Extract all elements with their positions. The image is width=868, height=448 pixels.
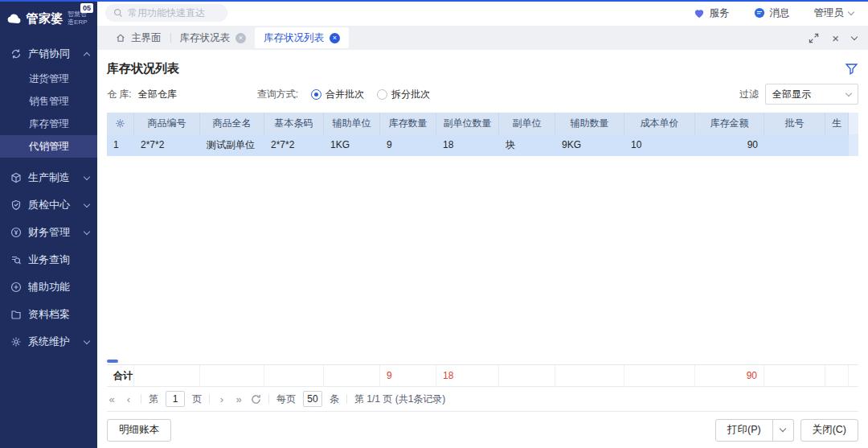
cell-stock-amount: 90 xyxy=(695,134,764,156)
warehouse-label: 仓 库: xyxy=(107,88,132,101)
column-header-aux-qty[interactable]: 辅助数量 xyxy=(555,113,624,134)
expand-icon[interactable] xyxy=(809,33,819,43)
cell-stock-qty: 9 xyxy=(380,134,436,156)
chevron-down-icon xyxy=(848,8,854,14)
column-header-barcode[interactable]: 基本条码 xyxy=(264,113,324,134)
column-header-batch-no[interactable]: 批号 xyxy=(764,113,825,134)
column-header-stock-amount[interactable]: 库存金额 xyxy=(695,113,764,134)
sidebar-item-system-maintenance[interactable]: 系统维护 xyxy=(0,328,97,356)
search-input[interactable] xyxy=(128,7,218,18)
column-header-truncated[interactable]: 生 xyxy=(825,113,849,134)
sidebar-item-business-query[interactable]: 业务查询 xyxy=(0,246,97,273)
page-size-input[interactable]: 50 xyxy=(303,391,322,407)
sidebar-subitem-consignment[interactable]: 代销管理 xyxy=(0,135,97,158)
pagination-bar: « ‹ 第 1 页 › » 每页 50 条 第 1/1 页 ( xyxy=(107,387,858,411)
column-header-sub-unit-qty[interactable]: 副单位数量 xyxy=(436,113,499,134)
column-header-aux-unit[interactable]: 辅助单位 xyxy=(324,113,380,134)
radio-split-batch[interactable]: 拆分批次 xyxy=(377,88,430,101)
cell-aux-qty: 9KG xyxy=(555,134,624,156)
home-icon xyxy=(116,33,125,43)
next-page-button[interactable]: › xyxy=(217,393,227,405)
sidebar-item-label: 生产制造 xyxy=(28,171,78,185)
page-label-post: 页 xyxy=(192,393,202,406)
column-header-product-name[interactable]: 商品全名 xyxy=(200,113,264,134)
column-header-product-code[interactable]: 商品编号 xyxy=(134,113,200,134)
title-row: 库存状况列表 xyxy=(107,56,858,80)
chevron-down-icon xyxy=(780,425,786,432)
cell-product-name: 测试副单位 xyxy=(200,134,264,156)
column-settings-button[interactable] xyxy=(107,113,134,134)
first-page-button[interactable]: « xyxy=(107,393,117,405)
coin-yuan-icon xyxy=(10,227,22,238)
pager-divider xyxy=(268,394,269,404)
prev-page-button[interactable]: ‹ xyxy=(124,393,133,405)
sidebar-item-finance[interactable]: 财务管理 xyxy=(0,219,97,246)
filter-select[interactable]: 全部显示 xyxy=(765,84,858,105)
totals-cell xyxy=(264,365,324,387)
radio-merge-batch[interactable]: 合并批次 xyxy=(311,88,364,101)
tab-label: 主界面 xyxy=(131,31,162,45)
message-icon xyxy=(754,7,765,18)
sidebar-item-label: 业务查询 xyxy=(28,253,89,267)
cube-icon xyxy=(10,172,22,183)
table-header-row: 商品编号 商品全名 基本条码 辅助单位 库存数量 副单位数量 副单位 辅助数量 … xyxy=(107,113,858,134)
tab-close-icon[interactable]: × xyxy=(330,33,340,43)
filter-icon[interactable] xyxy=(845,62,858,75)
sidebar-item-archives[interactable]: 资料档案 xyxy=(0,301,97,328)
totals-label: 合计 xyxy=(107,365,134,387)
message-label: 消息 xyxy=(770,6,790,20)
column-header-cost-price[interactable]: 成本单价 xyxy=(624,113,695,134)
chevron-down-icon xyxy=(84,200,90,207)
page-input[interactable]: 1 xyxy=(166,391,185,407)
row-index-cell: 1 xyxy=(107,134,134,156)
gear-icon xyxy=(115,118,125,129)
chevron-down-icon[interactable] xyxy=(851,33,858,39)
detail-ledger-button[interactable]: 明细账本 xyxy=(107,419,171,442)
cell-truncated xyxy=(825,134,849,156)
quick-search[interactable] xyxy=(105,4,227,22)
print-button[interactable]: 打印(P) xyxy=(715,419,773,442)
service-link[interactable]: 服务 xyxy=(694,6,730,20)
totals-stock-amount: 90 xyxy=(695,365,764,387)
brand-subtitle: 智慧智造ERP xyxy=(68,10,92,27)
sync-icon xyxy=(10,48,22,60)
totals-cell xyxy=(200,365,264,387)
totals-cell xyxy=(555,365,624,387)
close-button[interactable]: 关闭(C) xyxy=(800,419,858,442)
page-title: 库存状况列表 xyxy=(107,61,179,76)
chevron-down-icon xyxy=(84,228,90,234)
app-logo: 管家婆 智慧智造ERP 05 xyxy=(0,0,97,37)
message-link[interactable]: 消息 xyxy=(754,6,790,20)
tab-home[interactable]: 主界面 xyxy=(107,26,170,50)
sidebar-subitem-inventory[interactable]: 库存管理 xyxy=(0,113,97,135)
horizontal-scrollbar-thumb[interactable] xyxy=(107,360,118,363)
user-menu[interactable]: 管理员 xyxy=(814,6,854,20)
cloud-logo-icon xyxy=(6,12,23,25)
sidebar-item-production[interactable]: 生产制造 xyxy=(0,164,97,191)
last-page-button[interactable]: » xyxy=(234,393,244,405)
sidebar-item-quality[interactable]: 质检中心 xyxy=(0,191,97,219)
totals-cell xyxy=(134,365,200,387)
query-mode-label: 查询方式: xyxy=(257,88,298,101)
tab-close-icon[interactable]: × xyxy=(235,33,246,43)
gear-icon xyxy=(10,336,22,347)
table-body: 1 2*7*2 测试副单位 2*7*2 1KG 9 18 块 9KG 10 90 xyxy=(107,134,858,364)
sidebar-subitem-purchase[interactable]: 进货管理 xyxy=(0,68,97,90)
sidebar-item-product-sales-collab[interactable]: 产销协同 xyxy=(0,40,97,68)
column-header-stock-qty[interactable]: 库存数量 xyxy=(380,113,436,134)
column-header-sub-unit[interactable]: 副单位 xyxy=(499,113,555,134)
tab-inventory-status-list[interactable]: 库存状况列表 × xyxy=(255,27,349,48)
sidebar-subitem-sales[interactable]: 销售管理 xyxy=(0,90,97,113)
filter-right: 过滤 全部显示 xyxy=(739,84,858,105)
close-tabs-icon[interactable]: × xyxy=(832,32,839,44)
warehouse-value[interactable]: 全部仓库 xyxy=(138,88,177,101)
topbar-actions: 服务 消息 管理员 xyxy=(694,6,854,20)
print-dropdown-button[interactable] xyxy=(773,419,794,442)
refresh-icon[interactable] xyxy=(251,394,261,405)
totals-cell xyxy=(764,365,825,387)
cell-product-code: 2*7*2 xyxy=(134,134,200,156)
tab-inventory-status[interactable]: 库存状况表 × xyxy=(171,26,256,50)
sidebar-item-aux-functions[interactable]: 辅助功能 xyxy=(0,273,97,301)
table-row[interactable]: 1 2*7*2 测试副单位 2*7*2 1KG 9 18 块 9KG 10 90 xyxy=(107,134,858,156)
pager-divider xyxy=(209,394,210,404)
